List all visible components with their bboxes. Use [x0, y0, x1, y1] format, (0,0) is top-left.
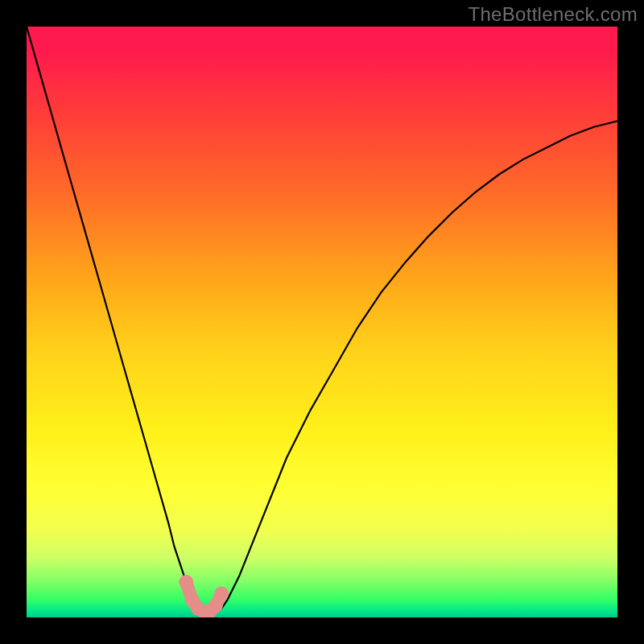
curve-markers: [179, 575, 229, 617]
plot-area: [27, 27, 617, 617]
chart-frame: TheBottleneck.com: [0, 0, 644, 644]
bottleneck-curve: [27, 27, 617, 617]
marker-dot: [214, 587, 229, 601]
watermark-text: TheBottleneck.com: [468, 3, 638, 26]
curve-path: [27, 27, 617, 612]
marker-dot: [179, 575, 193, 589]
